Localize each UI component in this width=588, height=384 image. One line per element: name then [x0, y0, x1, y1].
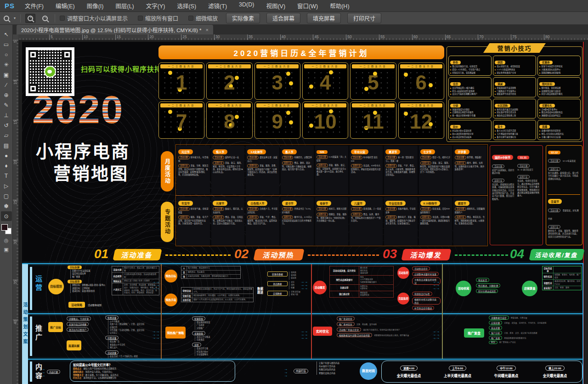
- tip-card: 满减 阶梯满减提升连带销售门槛略高于平均客单价搭配凑单专区提升转化: [493, 77, 536, 97]
- tip-bullet: 砍价进度条刺激持续分享: [450, 133, 490, 136]
- crop-tool[interactable]: ▣: [1, 70, 12, 79]
- realtime-optim-row: 根据数据及时调整活动页面排版 把数据转化好的商品放上首页，提升曝光量: [337, 333, 440, 337]
- holiday-name: 520: [317, 150, 328, 154]
- tip-card: 优惠券 新客专享券提升首单转化大额满减券拉高客单价到期提醒推动核销复购: [537, 56, 581, 76]
- healing-brush-tool[interactable]: ⊕: [1, 90, 12, 100]
- weekday-row: 一二三四五六日: [256, 64, 299, 68]
- timeline-point: 上午8:00 上半天曝光最高点: [433, 363, 482, 380]
- tip-bullet: 大额满减券拉高客单价: [539, 68, 579, 72]
- month-number: 3: [272, 71, 283, 94]
- history-brush-tool[interactable]: ↺: [1, 120, 12, 130]
- option-checkbox[interactable]: 调整窗口大小以满屏显示: [60, 14, 128, 22]
- shape-tool[interactable]: ▢: [1, 191, 12, 201]
- content-title-cell: 内容打磨 如何提高公众号图文打开率？ 蹭热点之：围绕与用户切身相关的热点话题优先…: [46, 361, 285, 384]
- lasso-tool[interactable]: ○: [1, 50, 12, 59]
- screen-mode-icon[interactable]: ▣: [4, 247, 8, 253]
- menu-item[interactable]: 文件(F): [25, 1, 44, 10]
- weekday-row: 一二三四五六日: [256, 103, 299, 107]
- special-activities-label: 专题活动: [161, 202, 174, 242]
- blur-tool[interactable]: ●: [1, 151, 12, 160]
- weekday-row: 一二三四五六日: [160, 64, 203, 68]
- scan-hint-text: 扫码可以获得小程序扶持: [81, 64, 162, 73]
- checkbox-icon[interactable]: [138, 16, 143, 21]
- gradient-tool[interactable]: ▤: [1, 141, 12, 150]
- tip-card: 分销 发展老客成为分销员合理佣金比例提升积极性统一输出分销素材便于传播: [448, 99, 492, 119]
- path-select-tool[interactable]: ▷: [1, 181, 12, 191]
- phase-dash-3: [455, 254, 508, 256]
- data-follow-col: 店铺数据 访客/浏览量新客户数: [267, 291, 309, 296]
- calendar-month-card: 一二三四五六日 3: [254, 62, 300, 100]
- eyedropper-tool[interactable]: ∕: [1, 80, 12, 90]
- move-tool[interactable]: ↖: [1, 29, 12, 39]
- checkbox-icon[interactable]: [188, 16, 193, 21]
- tip-label: 秒杀: [450, 61, 461, 64]
- menu-item[interactable]: 视图(V): [266, 1, 285, 10]
- menu-item[interactable]: 文字(Y): [146, 1, 165, 10]
- highlight-date-dot: [289, 81, 293, 85]
- options-button[interactable]: 填充屏幕: [307, 13, 341, 23]
- weekday-row: 一二三四五六日: [304, 64, 346, 68]
- month-number: 9: [272, 110, 283, 133]
- menu-item[interactable]: 帮助(H): [330, 1, 349, 10]
- menu-item[interactable]: 滤镜(T): [208, 1, 227, 10]
- brush-tool[interactable]: ✎: [1, 100, 12, 110]
- tab-close-icon[interactable]: ×: [206, 27, 209, 33]
- pen-tool[interactable]: ♦: [1, 161, 12, 170]
- tip-bullet: 提前1-2小时预告，引导用户蹲点: [450, 68, 490, 72]
- monthly-card: 3.8女神节 活动主题遇见女神之美（宠爱自己） 适用行业美妆、服饰、美食、家居等…: [246, 146, 279, 194]
- menu-item[interactable]: 选择(S): [177, 1, 196, 10]
- month-number: 4: [320, 71, 331, 94]
- content-build-cell: 内容打造 让客户有参与感的内容有价值的干货内容有趣又好玩的内容紧跟社会热点内容: [291, 361, 360, 384]
- horizontal-ruler: 5101520253035404550556065707580: [18, 34, 588, 40]
- weekday-row: 一二三四五六日: [352, 103, 394, 107]
- menu-item[interactable]: 图层(L): [115, 1, 134, 10]
- menu-item[interactable]: 编辑(E): [56, 1, 75, 10]
- promotion-prepare-cell: 推广目标 流量触达，引流获客老客持续活跃唤醒激活站内沉默用户 渠道拆解 免费流量…: [47, 315, 160, 357]
- timeline-point: 凌晨4:00 全天曝光最低点: [384, 363, 433, 380]
- monthly-card: 元旦节 活动主题新年献大礼，年货嗨购 适用行业美妆、生鲜、家居百货等，结合年前用…: [177, 146, 210, 194]
- calendar-month-card: 一二三四五六日 7: [158, 102, 204, 139]
- calendar-month-card: 一二三四五六日 10: [302, 102, 348, 139]
- hand-tool[interactable]: ✽: [1, 201, 12, 211]
- option-checkbox[interactable]: 细微缩放: [188, 14, 218, 22]
- type-tool[interactable]: T: [1, 171, 12, 181]
- color-swatches[interactable]: [1, 224, 11, 234]
- tip-label: 直播: [539, 125, 550, 129]
- zoom-out-button[interactable]: −: [40, 14, 50, 23]
- menu-item[interactable]: 3D(D): [239, 1, 254, 10]
- clone-stamp-tool[interactable]: ⊥: [1, 110, 12, 120]
- christmas-card: 圣诞节 活动主题 圣诞狂欢，好礼降不停 适用行业 数码电子、美妆、服饰等，围绕圣…: [548, 195, 580, 238]
- marquee-tool[interactable]: ▭: [1, 40, 12, 49]
- tip-card: 社区团购 依托社群开展次日达团购团长维护邻里信任关系爆款商品定期轮换上新: [493, 99, 536, 119]
- holiday-name: 年货节: [178, 201, 193, 206]
- monthly-card: 七夕节 活动主题情定一生，相约七夕 适用行业美妆、珠宝、服饰、鲜花等，如定制类商…: [419, 146, 452, 194]
- tip-bullet: 会员日专属折扣唤醒沉睡用户: [450, 93, 490, 96]
- checkbox-icon[interactable]: [60, 16, 65, 21]
- strategy-row: 人员分工 运营：活动搭建、商品配置、数据跟进；设计：专题页设计、物料输出；客服：…: [112, 283, 159, 294]
- option-checkbox[interactable]: 缩放所有窗口: [138, 14, 178, 22]
- document-tab[interactable]: 2020小程序电商营销地图.jpg @ 12.5% (扫码可以获得小程序扶持, …: [17, 25, 213, 34]
- poster-document: 扫码可以获得小程序扶持 2020 小程序电商 营销地图 2020营销日历&全年营…: [22, 42, 584, 384]
- holiday-name: 3.8女神节: [247, 149, 266, 154]
- eraser-tool[interactable]: ▱: [1, 130, 12, 140]
- tip-card: 会员 会员等级设置1-3级为最佳积分+权益体系提升复购率会员日专属折扣唤醒沉睡用…: [448, 77, 492, 97]
- options-button[interactable]: 适合屏幕: [266, 13, 300, 23]
- holiday-name: 七夕节: [420, 149, 435, 154]
- zoom-in-button[interactable]: +: [25, 14, 35, 23]
- quick-mask-icon[interactable]: ◎: [4, 237, 9, 243]
- tool-preset-caret-icon[interactable]: ▾: [14, 16, 16, 20]
- phase-2-badge: 活动预热: [253, 249, 304, 260]
- magic-wand-tool[interactable]: ✳: [1, 60, 12, 69]
- promo-review-row: ROI 推广费用投入产出比: [489, 341, 581, 344]
- options-button[interactable]: 实际像素: [226, 13, 260, 23]
- highlight-date-dot: [168, 71, 172, 75]
- month-number: 10: [314, 110, 337, 133]
- holiday-name: 愚人节: [282, 149, 297, 154]
- zoom-tool[interactable]: ⊙: [1, 211, 12, 221]
- options-button[interactable]: 打印尺寸: [347, 13, 381, 23]
- menu-item[interactable]: 图像(I): [87, 1, 104, 10]
- foreground-color-swatch[interactable]: [1, 224, 8, 231]
- menu-item[interactable]: 窗口(W): [297, 1, 318, 10]
- tip-bullet: 控制库存节奏，营造稀缺感: [450, 72, 490, 75]
- warmup-channel-group: 其他 渠道合作互推好友助力砍价异业联盟曝光: [192, 343, 261, 356]
